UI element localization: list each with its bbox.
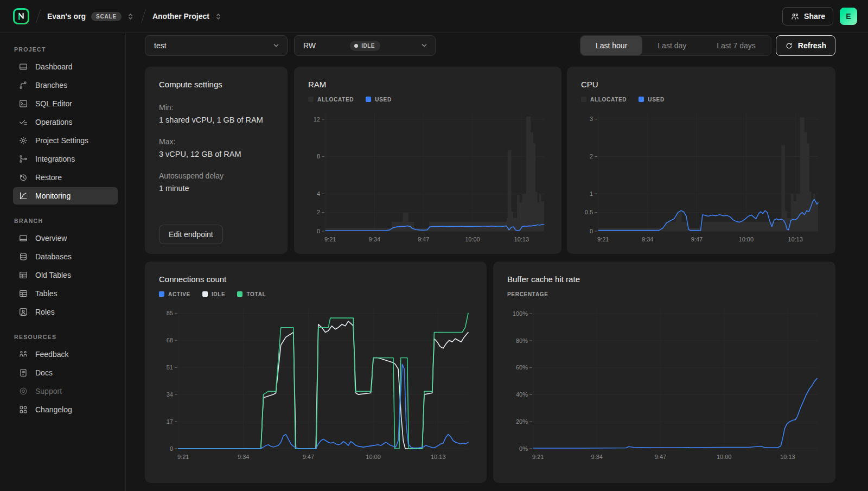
endpoint-select[interactable]: RW IDLE [294, 35, 436, 56]
org-name: Evan's org [47, 12, 86, 21]
people-icon [790, 12, 800, 21]
chart-canvas: 00.51239:219:349:4710:0010:13 [581, 107, 821, 246]
svg-text:9:47: 9:47 [655, 454, 666, 460]
svg-text:9:47: 9:47 [691, 236, 703, 243]
svg-text:0: 0 [590, 228, 593, 234]
svg-text:10:00: 10:00 [465, 236, 480, 243]
time-range-last-hour[interactable]: Last hour [580, 36, 642, 55]
controls-row: test RW IDLE Last hourLast dayLast 7 day… [145, 35, 835, 56]
sidebar-item-support[interactable]: Support [13, 382, 118, 400]
svg-text:3: 3 [590, 116, 593, 122]
feedback-icon [18, 349, 28, 359]
share-label: Share [804, 12, 825, 21]
neon-logo-icon [15, 10, 28, 23]
org-breadcrumb[interactable]: Evan's org SCALE [47, 12, 135, 21]
cpu-chart: 00.51239:219:349:4710:0010:13 [581, 107, 821, 248]
sidebar-item-dashboard[interactable]: Dashboard [13, 58, 118, 75]
svg-text:10:00: 10:00 [366, 454, 381, 460]
sidebar-item-operations[interactable]: Operations [13, 113, 118, 131]
cpu-chart-card: CPU ALLOCATEDUSED 00.51239:219:349:4710:… [567, 67, 835, 254]
sidebar-item-label: Dashboard [35, 62, 73, 71]
legend-used: USED [639, 97, 665, 103]
time-range-last-day[interactable]: Last day [642, 36, 701, 55]
dashboard-icon [18, 62, 28, 72]
chevron-updown-icon[interactable] [214, 12, 222, 21]
edit-endpoint-button[interactable]: Edit endpoint [159, 225, 223, 244]
sidebar-section-title: RESOURCES [0, 334, 125, 340]
database-icon [18, 252, 28, 262]
refresh-label: Refresh [798, 41, 826, 50]
svg-text:10:00: 10:00 [717, 454, 732, 460]
time-controls: Last hourLast dayLast 7 days Refresh [580, 35, 835, 56]
svg-text:1: 1 [590, 190, 593, 197]
svg-text:0: 0 [170, 445, 173, 452]
sidebar-item-project-settings[interactable]: Project Settings [13, 132, 118, 149]
chart-title: Buffer cache hit rate [507, 275, 821, 284]
buffer-cache-chart: 0%20%40%60%80%100%9:219:349:4710:0010:13 [507, 302, 821, 467]
svg-text:40%: 40% [516, 391, 528, 398]
branch-select[interactable]: test [145, 35, 288, 56]
legend-idle: IDLE [202, 291, 226, 297]
sidebar-item-databases[interactable]: Databases [13, 248, 118, 265]
monitoring-icon [18, 191, 28, 201]
breadcrumb-divider [36, 9, 41, 23]
sidebar-item-old-tables[interactable]: Old Tables [13, 266, 118, 284]
sidebar-item-roles[interactable]: Roles [13, 303, 118, 321]
roles-icon [18, 307, 28, 317]
chevron-updown-icon[interactable] [126, 12, 135, 21]
sidebar-section-title: BRANCH [0, 218, 125, 224]
project-name: Another Project [152, 12, 209, 21]
time-range-last-7-days[interactable]: Last 7 days [701, 36, 771, 55]
svg-text:9:21: 9:21 [532, 454, 544, 460]
gear-icon [18, 136, 28, 145]
sidebar-item-label: Branches [35, 81, 67, 90]
main-content: test RW IDLE Last hourLast dayLast 7 day… [126, 33, 868, 491]
legend-allocated: ALLOCATED [308, 97, 354, 103]
svg-text:10:13: 10:13 [514, 236, 529, 243]
legend-swatch [639, 97, 644, 102]
chart-title: RAM [308, 80, 547, 89]
sidebar-item-sql-editor[interactable]: SQL Editor [13, 95, 118, 112]
project-breadcrumb[interactable]: Another Project [152, 12, 222, 21]
sidebar-item-integrations[interactable]: Integrations [13, 150, 118, 168]
compute-settings-card: Compute settings Min: 1 shared vCPU, 1 G… [145, 67, 288, 254]
operations-icon [18, 117, 28, 127]
svg-text:9:21: 9:21 [324, 236, 336, 243]
avatar[interactable]: E [840, 8, 857, 25]
card-title: Compute settings [159, 80, 273, 89]
sidebar: PROJECTDashboardBranchesSQL EditorOperat… [0, 33, 126, 491]
svg-text:10:13: 10:13 [431, 454, 446, 460]
sidebar-item-label: Overview [35, 234, 67, 243]
brand-logo[interactable] [13, 8, 29, 24]
svg-text:8: 8 [317, 153, 320, 160]
sidebar-item-tables[interactable]: Tables [13, 285, 118, 302]
plan-badge: SCALE [91, 12, 122, 21]
svg-text:9:47: 9:47 [303, 454, 314, 460]
sidebar-item-label: Changelog [35, 405, 72, 414]
endpoint-select-value: RW [303, 41, 316, 50]
sidebar-item-changelog[interactable]: Changelog [13, 401, 118, 418]
sidebar-item-branches[interactable]: Branches [13, 76, 118, 94]
share-button[interactable]: Share [782, 7, 833, 25]
sidebar-item-restore[interactable]: Restore [13, 169, 118, 186]
legend-swatch [202, 291, 208, 297]
legend-label: IDLE [212, 291, 226, 297]
svg-text:51: 51 [167, 364, 173, 371]
svg-text:9:21: 9:21 [597, 236, 609, 243]
chart-title: Connections count [159, 275, 473, 284]
chart-subtitle: PERCENTAGE [507, 291, 548, 297]
ram-chart: 0248129:219:349:4710:0010:13 [308, 107, 547, 248]
svg-text:0: 0 [317, 228, 320, 234]
sidebar-item-overview[interactable]: Overview [13, 229, 118, 247]
sidebar-item-label: Restore [35, 173, 62, 182]
legend-label: ACTIVE [168, 291, 190, 297]
overview-icon [18, 233, 28, 243]
sidebar-item-monitoring[interactable]: Monitoring [13, 187, 118, 205]
sidebar-item-docs[interactable]: Docs [13, 364, 118, 381]
svg-text:60%: 60% [516, 364, 528, 371]
svg-text:85: 85 [167, 310, 173, 316]
refresh-button[interactable]: Refresh [776, 35, 835, 56]
legend-active: ACTIVE [159, 291, 190, 297]
sidebar-item-feedback[interactable]: Feedback [13, 346, 118, 363]
connections-chart-card: Connections count ACTIVEIDLETOTAL 017345… [145, 262, 487, 483]
